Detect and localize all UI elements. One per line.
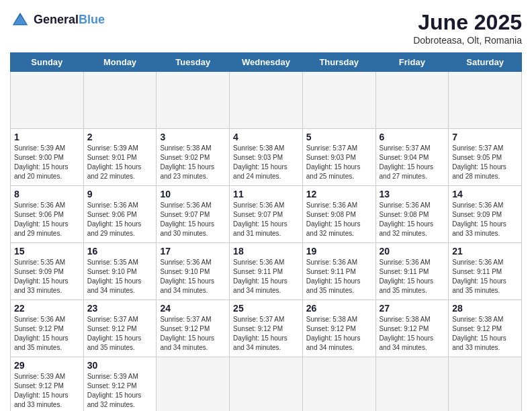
day-cell: 4 Sunrise: 5:38 AM Sunset: 9:03 PM Dayli… bbox=[230, 129, 303, 186]
day-cell: 3 Sunrise: 5:38 AM Sunset: 9:02 PM Dayli… bbox=[157, 129, 230, 186]
day-number: 25 bbox=[233, 303, 299, 314]
col-saturday: Saturday bbox=[449, 53, 522, 72]
day-cell: 23 Sunrise: 5:37 AM Sunset: 9:12 PM Dayl… bbox=[83, 300, 157, 357]
col-tuesday: Tuesday bbox=[157, 53, 230, 72]
cell-info: Sunrise: 5:36 AM Sunset: 9:06 PM Dayligh… bbox=[14, 201, 80, 238]
day-number: 8 bbox=[14, 189, 80, 199]
cell-info: Sunrise: 5:36 AM Sunset: 9:12 PM Dayligh… bbox=[14, 315, 80, 353]
cell-info: Sunrise: 5:35 AM Sunset: 9:10 PM Dayligh… bbox=[87, 258, 153, 295]
day-cell: 27 Sunrise: 5:38 AM Sunset: 9:12 PM Dayl… bbox=[375, 300, 449, 357]
day-number: 29 bbox=[14, 360, 80, 371]
cell-info: Sunrise: 5:37 AM Sunset: 9:12 PM Dayligh… bbox=[87, 315, 153, 353]
week-row: 22 Sunrise: 5:36 AM Sunset: 9:12 PM Dayl… bbox=[11, 300, 522, 357]
cell-info: Sunrise: 5:36 AM Sunset: 9:07 PM Dayligh… bbox=[160, 201, 226, 238]
cell-info: Sunrise: 5:36 AM Sunset: 9:06 PM Dayligh… bbox=[87, 201, 153, 238]
week-row bbox=[11, 72, 522, 129]
day-cell: 25 Sunrise: 5:37 AM Sunset: 9:12 PM Dayl… bbox=[230, 300, 303, 357]
cell-info: Sunrise: 5:38 AM Sunset: 9:12 PM Dayligh… bbox=[452, 315, 518, 353]
day-number: 19 bbox=[306, 246, 372, 257]
cell-info: Sunrise: 5:36 AM Sunset: 9:07 PM Dayligh… bbox=[233, 201, 299, 238]
day-cell: 16 Sunrise: 5:35 AM Sunset: 9:10 PM Dayl… bbox=[83, 243, 157, 300]
day-cell: 14 Sunrise: 5:36 AM Sunset: 9:09 PM Dayl… bbox=[449, 186, 522, 243]
day-number: 28 bbox=[452, 303, 518, 314]
week-row: 29 Sunrise: 5:39 AM Sunset: 9:12 PM Dayl… bbox=[11, 357, 522, 412]
day-number: 22 bbox=[14, 303, 80, 314]
day-number: 24 bbox=[160, 303, 226, 314]
day-number: 10 bbox=[160, 189, 226, 199]
day-cell: 28 Sunrise: 5:38 AM Sunset: 9:12 PM Dayl… bbox=[449, 300, 522, 357]
cell-info: Sunrise: 5:36 AM Sunset: 9:11 PM Dayligh… bbox=[452, 258, 518, 295]
day-number: 12 bbox=[306, 189, 372, 199]
cell-info: Sunrise: 5:36 AM Sunset: 9:11 PM Dayligh… bbox=[380, 258, 445, 295]
day-cell: 18 Sunrise: 5:36 AM Sunset: 9:11 PM Dayl… bbox=[230, 243, 303, 300]
empty-cell bbox=[157, 357, 230, 412]
day-cell: 22 Sunrise: 5:36 AM Sunset: 9:12 PM Dayl… bbox=[11, 300, 84, 357]
day-cell: 12 Sunrise: 5:36 AM Sunset: 9:08 PM Dayl… bbox=[302, 186, 375, 243]
empty-cell bbox=[83, 72, 157, 129]
empty-cell bbox=[375, 72, 449, 129]
week-row: 1 Sunrise: 5:39 AM Sunset: 9:00 PM Dayli… bbox=[11, 129, 522, 186]
day-number: 17 bbox=[160, 246, 226, 257]
day-number: 1 bbox=[14, 132, 80, 142]
cell-info: Sunrise: 5:37 AM Sunset: 9:12 PM Dayligh… bbox=[233, 315, 299, 353]
day-number: 6 bbox=[380, 132, 445, 142]
day-number: 16 bbox=[87, 246, 153, 257]
day-cell: 15 Sunrise: 5:35 AM Sunset: 9:09 PM Dayl… bbox=[11, 243, 84, 300]
day-cell: 30 Sunrise: 5:39 AM Sunset: 9:12 PM Dayl… bbox=[83, 357, 157, 412]
day-cell: 13 Sunrise: 5:36 AM Sunset: 9:08 PM Dayl… bbox=[375, 186, 449, 243]
cell-info: Sunrise: 5:36 AM Sunset: 9:11 PM Dayligh… bbox=[233, 258, 299, 295]
empty-cell bbox=[302, 72, 375, 129]
cell-info: Sunrise: 5:37 AM Sunset: 9:04 PM Dayligh… bbox=[380, 144, 445, 181]
page-header: GeneralBlue June 2025 Dobroteasa, Olt, R… bbox=[10, 10, 522, 46]
empty-cell bbox=[230, 72, 303, 129]
day-number: 18 bbox=[233, 246, 299, 257]
logo: GeneralBlue bbox=[10, 10, 105, 30]
day-cell: 7 Sunrise: 5:37 AM Sunset: 9:05 PM Dayli… bbox=[449, 129, 522, 186]
logo-text: GeneralBlue bbox=[34, 13, 105, 28]
day-number: 27 bbox=[380, 303, 445, 314]
empty-cell bbox=[11, 72, 84, 129]
day-cell: 24 Sunrise: 5:37 AM Sunset: 9:12 PM Dayl… bbox=[157, 300, 230, 357]
day-number: 15 bbox=[14, 246, 80, 257]
day-cell: 10 Sunrise: 5:36 AM Sunset: 9:07 PM Dayl… bbox=[157, 186, 230, 243]
cell-info: Sunrise: 5:37 AM Sunset: 9:12 PM Dayligh… bbox=[160, 315, 226, 353]
cell-info: Sunrise: 5:39 AM Sunset: 9:00 PM Dayligh… bbox=[14, 144, 80, 181]
empty-cell bbox=[449, 72, 522, 129]
week-row: 15 Sunrise: 5:35 AM Sunset: 9:09 PM Dayl… bbox=[11, 243, 522, 300]
cell-info: Sunrise: 5:37 AM Sunset: 9:03 PM Dayligh… bbox=[306, 144, 372, 181]
day-cell: 11 Sunrise: 5:36 AM Sunset: 9:07 PM Dayl… bbox=[230, 186, 303, 243]
cell-info: Sunrise: 5:36 AM Sunset: 9:11 PM Dayligh… bbox=[306, 258, 372, 295]
cell-info: Sunrise: 5:38 AM Sunset: 9:12 PM Dayligh… bbox=[306, 315, 372, 353]
day-number: 21 bbox=[452, 246, 518, 257]
cell-info: Sunrise: 5:39 AM Sunset: 9:01 PM Dayligh… bbox=[87, 144, 153, 181]
cell-info: Sunrise: 5:38 AM Sunset: 9:03 PM Dayligh… bbox=[233, 144, 299, 181]
location: Dobroteasa, Olt, Romania bbox=[413, 35, 522, 46]
week-row: 8 Sunrise: 5:36 AM Sunset: 9:06 PM Dayli… bbox=[11, 186, 522, 243]
day-cell: 20 Sunrise: 5:36 AM Sunset: 9:11 PM Dayl… bbox=[375, 243, 449, 300]
day-number: 13 bbox=[380, 189, 445, 199]
cell-info: Sunrise: 5:36 AM Sunset: 9:08 PM Dayligh… bbox=[380, 201, 445, 238]
day-number: 14 bbox=[452, 189, 518, 199]
day-number: 23 bbox=[87, 303, 153, 314]
month-title: June 2025 bbox=[413, 10, 522, 35]
empty-cell bbox=[302, 357, 375, 412]
day-number: 20 bbox=[380, 246, 445, 257]
day-number: 5 bbox=[306, 132, 372, 142]
day-cell: 19 Sunrise: 5:36 AM Sunset: 9:11 PM Dayl… bbox=[302, 243, 375, 300]
cell-info: Sunrise: 5:38 AM Sunset: 9:12 PM Dayligh… bbox=[380, 315, 445, 353]
cell-info: Sunrise: 5:35 AM Sunset: 9:09 PM Dayligh… bbox=[14, 258, 80, 295]
day-cell: 29 Sunrise: 5:39 AM Sunset: 9:12 PM Dayl… bbox=[11, 357, 84, 412]
title-block: June 2025 Dobroteasa, Olt, Romania bbox=[413, 10, 522, 46]
day-cell: 9 Sunrise: 5:36 AM Sunset: 9:06 PM Dayli… bbox=[83, 186, 157, 243]
cell-info: Sunrise: 5:36 AM Sunset: 9:08 PM Dayligh… bbox=[306, 201, 372, 238]
cell-info: Sunrise: 5:39 AM Sunset: 9:12 PM Dayligh… bbox=[87, 372, 153, 410]
col-wednesday: Wednesday bbox=[230, 53, 303, 72]
day-number: 9 bbox=[87, 189, 153, 199]
cell-info: Sunrise: 5:36 AM Sunset: 9:10 PM Dayligh… bbox=[160, 258, 226, 295]
day-number: 30 bbox=[87, 360, 153, 371]
day-cell: 17 Sunrise: 5:36 AM Sunset: 9:10 PM Dayl… bbox=[157, 243, 230, 300]
cell-info: Sunrise: 5:37 AM Sunset: 9:05 PM Dayligh… bbox=[452, 144, 518, 181]
day-number: 2 bbox=[87, 132, 153, 142]
cell-info: Sunrise: 5:39 AM Sunset: 9:12 PM Dayligh… bbox=[14, 372, 80, 410]
day-cell: 8 Sunrise: 5:36 AM Sunset: 9:06 PM Dayli… bbox=[11, 186, 84, 243]
